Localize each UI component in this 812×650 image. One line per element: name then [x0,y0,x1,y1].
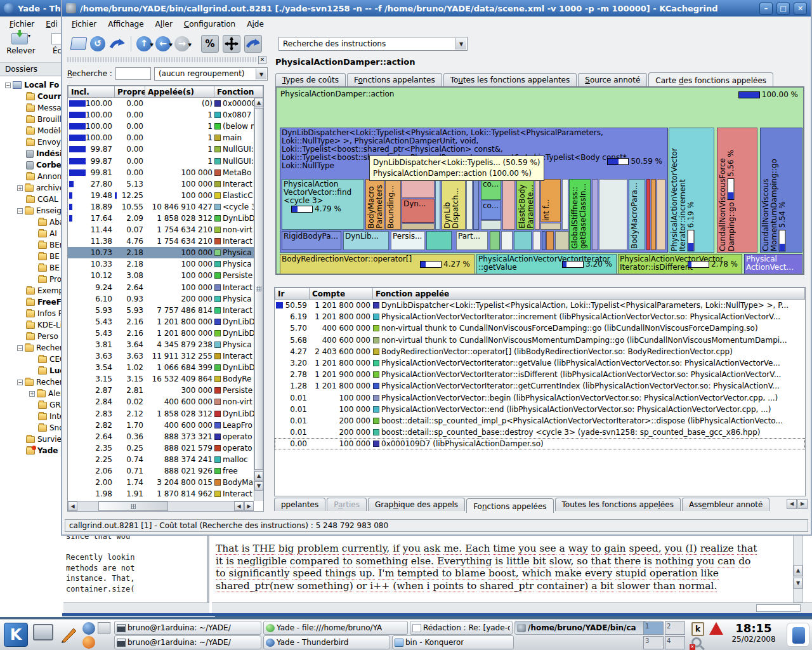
kcachegrind-titlebar[interactable]: /home/bruno/YADE/bin/callgrind.out.8281 … [62,0,811,17]
collapse-icon[interactable]: − [5,83,11,88]
thunderbird-launcher-icon[interactable] [82,622,95,635]
kmenu-button[interactable]: K [4,623,28,647]
tab-source-annot-[interactable]: Source annoté [578,73,647,86]
pager-desktop-4[interactable]: 4 [665,636,685,649]
treemap-block[interactable] [466,179,473,230]
menu-affichage[interactable]: Affichage [102,17,149,31]
function-row[interactable]: 5.432.161 201 800 000DynLibD [68,328,263,339]
treemap-block[interactable] [481,220,501,230]
scroll-up-button[interactable]: ▲ [254,98,263,107]
treemap-block[interactable]: CundallNonViscousForce Damping::go 5.56 … [717,128,757,253]
tab-ppelantes[interactable]: ppelantes [274,498,325,511]
tab-scroll-right[interactable]: ▶ [797,499,808,509]
function-row[interactable]: 2.821.70400 600 000LeapFro [68,420,263,431]
function-row[interactable]: 1.981.911 870 814 962Interact [68,488,263,500]
function-row[interactable]: 2.250.74888 374 241malloc [68,454,263,465]
call-row[interactable]: 0.01100 000PhysicalActionVectorVector::e… [275,404,805,415]
function-row[interactable]: 3.541.021 066 684 399DynLibD [68,362,263,373]
menu-fichier[interactable]: Fichier [66,17,102,31]
task-button[interactable]: Yade - file:///home/bruno/YA [263,621,408,635]
menu-fichier[interactable]: Fichier [4,17,40,31]
tab-parties[interactable]: Parties [327,498,367,511]
back-arrow-icon[interactable]: ←▼ [155,36,171,51]
treemap-block[interactable] [426,231,452,250]
treemap-block[interactable]: Persis... [391,231,425,250]
tab-scroll-left[interactable]: ◀ [787,499,797,509]
treemap-block[interactable]: PhysicalActionVectorVector Iterator::isD… [618,254,742,274]
expand-icon[interactable]: + [29,391,35,397]
treemap-block[interactable]: ElasticBody Paramete... [516,179,534,230]
treemap-block[interactable] [657,179,665,250]
function-row[interactable]: 2.840.02400 600 000non-virt [68,396,263,408]
function-row[interactable]: 10.732.18100 000Physica [68,247,263,258]
scroll-up-button[interactable]: ▲ [794,565,802,576]
search-tray-icon[interactable]: ✕ [691,637,702,647]
dock-hscrollbar[interactable]: ◀ ◀ ▶ [68,501,254,511]
task-button[interactable]: bruno@r1arduina: ~/YADE/ [114,635,261,649]
function-row[interactable]: 5.935.937 757 486 814Interact [68,305,263,316]
compose-text-area[interactable]: That is THE big problem currently, if yo… [212,535,812,602]
function-row[interactable]: 9.242.64100 000Interact [68,282,263,293]
call-row[interactable]: 0.00100 0000x000109D7 (libPhysicalAction… [275,438,805,449]
function-row[interactable]: 2.640.36888 373 321operato [68,431,263,442]
collapse-icon[interactable]: − [17,208,23,214]
event-type-combo[interactable]: Recherche des instructions ▼ [278,37,468,51]
tab-toutes-les-fonctions-appelantes[interactable]: Toutes les fonctions appelantes [443,73,577,86]
treemap-block[interactable]: BodyMacro Parameters ::getBase... [365,179,384,230]
scroll-left-button[interactable]: ◀ [234,501,244,511]
treemap-block[interactable] [535,179,540,230]
dock-vscrollbar[interactable]: ▲ ▲ ▼ [254,98,263,501]
function-row[interactable]: 2.350.25888 021 579operato [68,442,263,454]
task-button[interactable]: /home/bruno/YADE/bin/ca [514,621,646,635]
col-header-incl[interactable]: Incl. [68,86,115,98]
treemap-block[interactable] [514,231,532,250]
call-row[interactable]: 2.781 201 900 000PhysicalActionVectorVec… [275,369,805,380]
pager-desktop-1[interactable]: 1 [643,621,664,635]
function-row[interactable]: 19.4812.25100 000ElasticC [68,190,263,201]
pager-desktop-2[interactable]: 2 [665,621,685,635]
code-pane[interactable]: since that wou Recently lookinmethods ar… [63,535,209,602]
col-header-fonction-appelee[interactable]: Fonction appelée [373,288,805,300]
function-row[interactable]: 99.870.001NullGUI: [68,143,263,155]
menu-configuration[interactable]: Configuration [178,17,241,31]
menu-aller[interactable]: Aller [150,17,178,31]
treemap-block[interactable]: Dyn... [402,199,435,223]
scroll-down-button[interactable]: ▼ [794,578,802,589]
tab-graphique-des-appels[interactable]: Graphique des appels [368,498,465,511]
treemap-block[interactable] [533,231,540,250]
treemap-block[interactable]: PhysicalActionVectorVector Iterator::inc… [669,128,714,253]
pan-toggle[interactable] [223,35,240,53]
treemap-block[interactable] [592,179,598,250]
pager-desktop-3[interactable]: 3 [643,636,664,649]
tab-fonctions-appelantes[interactable]: Fonctions appelantes [347,73,442,86]
treemap-block[interactable] [599,179,627,250]
back-icon[interactable]: ↺ [90,36,105,51]
function-row[interactable]: 100.000.00(0)0x00000 [68,98,263,109]
function-row[interactable]: 99.810.00100 000MetaBo [68,167,263,178]
percent-toggle[interactable]: % [201,35,219,53]
function-row[interactable]: 11.440.071 754 634 210non-virt [68,224,263,235]
function-row[interactable]: 11.384.761 754 634 210Interact [68,235,263,247]
task-button[interactable]: Yade - Thunderbird [263,635,390,649]
treemap-block[interactable] [501,231,513,250]
function-row[interactable]: 99.870.001NullGUI: [68,155,263,166]
treemap-block[interactable]: co... [481,201,501,220]
treemap-block[interactable]: PhysicalActionVectorVectorIterator ::get… [476,254,617,274]
function-row[interactable]: 100.000.0010x0807 [68,109,263,121]
treemap-block[interactable] [435,179,440,230]
expand-icon[interactable]: + [17,185,23,191]
call-row[interactable]: 5.70400 600 000non-virtual thunk to Cund… [275,322,805,334]
collapse-icon[interactable]: − [17,380,23,385]
function-row[interactable]: 10.332.18100 000Physica [68,258,263,270]
treemap-block[interactable]: DynLib... [343,231,389,250]
tab-assembleur-annot-[interactable]: Assembleur annoté [682,498,769,511]
function-row[interactable]: 2.060.71888 021 926free [68,465,263,477]
call-row[interactable]: 50.591 201 800 000DynLibDispatcher<Loki:… [275,300,805,311]
function-row[interactable]: 17.642.091 858 028 312DynLibD [68,213,263,224]
grouping-combo[interactable]: (aucun regroupement) ▼ [154,67,268,81]
treemap-block[interactable]: CundallNonViscous MomentumDamping::go 5.… [760,128,802,253]
pen-launcher-icon[interactable] [60,625,79,644]
alarm-icon[interactable] [709,622,723,635]
col-header-propre[interactable]: Propre [115,86,145,98]
firefox-launcher-icon[interactable] [82,636,95,649]
